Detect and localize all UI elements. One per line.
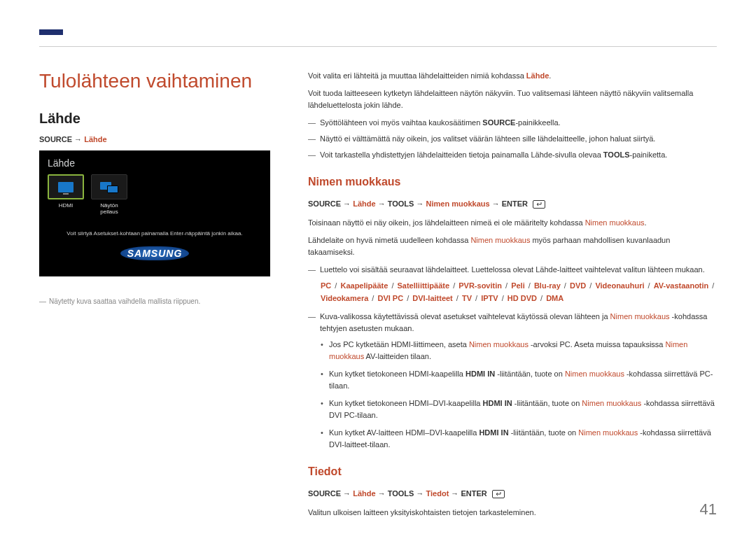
mirror-icon	[100, 181, 118, 193]
hdmi-label: HDMI	[48, 202, 84, 209]
npa: SOURCE →	[308, 199, 353, 208]
device-item: Blu-ray	[534, 281, 561, 290]
note-2-text: Näyttö ei välttämättä näy oikein, jos va…	[320, 133, 717, 145]
bullet-list: Jos PC kytketään HDMI-liittimeen, aseta …	[321, 339, 717, 451]
nm-note-1-text: Luettelo voi sisältää seuraavat lähdelai…	[320, 264, 717, 276]
device-item: Satelliittipääte	[398, 281, 450, 290]
source-row: HDMI Näytön peilaus	[48, 174, 262, 215]
b4a: Kun kytket AV-laitteen HDMI–DVI-kaapelil…	[329, 428, 479, 437]
bullet-1: Jos PC kytketään HDMI-liittimeen, aseta …	[321, 339, 717, 363]
monitor-icon	[58, 182, 74, 192]
n1a: Syöttölähteen voi myös vaihtaa kaukosäät…	[320, 118, 482, 127]
bullet-4: Kun kytket AV-laitteen HDMI–DVI-kaapelil…	[321, 427, 717, 451]
b2d: Nimen muokkaus	[565, 370, 624, 378]
nm-note-1: ― Luettelo voi sisältää seuraavat lähdel…	[308, 264, 717, 276]
n3b: Lähde	[531, 150, 552, 159]
brand-logo: SAMSUNG	[48, 246, 262, 260]
device-item: PVR-sovitin	[458, 281, 502, 290]
device-item: PC	[321, 281, 331, 290]
b1g: AV-laitteiden tilaan.	[364, 352, 431, 360]
b2e: -kohdassa siirrettävä	[624, 370, 700, 378]
device-item: DMA	[546, 294, 564, 302]
b1c: -arvoksi	[528, 340, 560, 349]
nmn2c: Nimen muokkaus	[610, 312, 670, 321]
device-separator: /	[708, 281, 715, 290]
p1c: .	[549, 71, 551, 80]
device-separator: /	[498, 294, 507, 302]
tpe: → ENTER	[449, 489, 486, 498]
note-dash: ―	[308, 264, 316, 276]
b4d: Nimen muokkaus	[578, 428, 638, 437]
b2a: Kun kytket tietokoneen HDMI-kaapelilla	[329, 370, 465, 378]
nmn2a: Kuva	[320, 312, 337, 321]
subheading-lahde: Lähde	[39, 111, 270, 127]
b3a: Kun kytket tietokoneen HDMI–DVI-kaapelil…	[329, 399, 483, 407]
right-column: Voit valita eri lähteitä ja muuttaa lähd…	[308, 70, 717, 524]
enter-icon	[492, 490, 505, 498]
b1d: PC	[560, 340, 570, 349]
b3d: Nimen muokkaus	[582, 399, 641, 407]
n3a: Voit tarkastella yhdistettyjen lähdelait…	[320, 150, 531, 159]
device-separator: /	[472, 294, 481, 302]
n3d: TOOLS	[603, 150, 630, 159]
source-card-mirror: Näytön peilaus	[91, 174, 127, 215]
tpa: SOURCE →	[308, 489, 353, 498]
note-3-text: Voit tarkastella yhdistettyjen lähdelait…	[320, 149, 717, 161]
b2f: PC	[700, 370, 710, 378]
b3e: -kohdassa siirrettävä	[641, 399, 715, 407]
b1e: . Aseta muissa tapauksissa	[570, 340, 666, 349]
device-item: Videonauhuri	[595, 281, 644, 290]
device-item: DVI PC	[377, 294, 403, 302]
device-separator: /	[331, 281, 340, 290]
note-1-text: Syöttölähteen voi myös vaihtaa kaukosäät…	[320, 117, 717, 129]
nm-p2: Lähdelaite on hyvä nimetä uudelleen kohd…	[308, 234, 717, 258]
tiedot-p: Valitun ulkoisen laitteen yksityiskohtai…	[308, 507, 717, 519]
caption-text: Näytetty kuva saattaa vaihdella mallista…	[49, 297, 200, 305]
b3f: DVI PC	[329, 411, 355, 419]
bullet-2: Kun kytket tietokoneen HDMI-kaapelilla H…	[321, 368, 717, 392]
b3g: -tilaan.	[355, 411, 378, 419]
header-rule	[39, 28, 717, 48]
npe: → ENTER	[490, 199, 528, 208]
npc: → TOOLS →	[376, 199, 426, 208]
device-item: AV-vastaanotin	[654, 281, 709, 290]
path-red: Lähde	[84, 135, 106, 143]
device-item: HD DVD	[507, 294, 537, 302]
note-dash: ―	[308, 149, 316, 161]
device-separator: /	[403, 294, 412, 302]
device-separator: /	[453, 294, 462, 302]
device-list: PC / Kaapelipääte / Satelliittipääte / P…	[321, 280, 717, 304]
npb: Lähde	[353, 199, 375, 208]
intro-p1: Voit valita eri lähteitä ja muuttaa lähd…	[308, 70, 717, 82]
device-item: IPTV	[481, 294, 498, 302]
hdmi-icon	[48, 174, 84, 199]
b2b: HDMI IN	[465, 370, 495, 378]
nimen-path: SOURCE → Lähde → TOOLS → Nimen muokkaus …	[308, 198, 717, 210]
device-separator: /	[644, 281, 653, 290]
b3c: -liitäntään, tuote on	[512, 399, 582, 407]
device-separator: /	[388, 281, 397, 290]
note-dash: ―	[308, 117, 316, 129]
page-number: 41	[700, 500, 717, 519]
device-separator: /	[502, 281, 511, 290]
mirror-icon-box	[91, 174, 127, 199]
nmp1b: Nimen muokkaus	[585, 218, 645, 227]
content-columns: Tulolähteen vaihtaminen Lähde SOURCE → L…	[39, 70, 717, 524]
source-card-hdmi: HDMI	[48, 174, 84, 209]
b4e: -kohdassa siirrettävä	[638, 428, 711, 437]
nmp2b: Nimen muokkaus	[470, 236, 530, 244]
device-item: DVD	[570, 281, 586, 290]
source-path: SOURCE → Lähde	[39, 135, 270, 143]
b1a: Jos PC kytketään HDMI-liittimeen, aseta	[329, 340, 469, 349]
nmp2a: Lähdelaite on hyvä nimetä uudelleen kohd…	[308, 236, 470, 244]
b3b: HDMI IN	[483, 399, 512, 407]
b2c: -liitäntään, tuote on	[495, 370, 565, 378]
nm-note-2-text: Kuva-valikossa käytettävissä olevat aset…	[320, 311, 717, 335]
heading-tiedot: Tiedot	[308, 463, 717, 481]
device-item: TV	[462, 294, 472, 302]
nm-p1: Toisinaan näyttö ei näy oikein, jos lähd…	[308, 217, 717, 229]
intro-p2: Voit tuoda laitteeseen kytketyn lähdelai…	[308, 87, 717, 111]
nmn1c: -laitteet vaihtelevat valitun lähteen mu…	[557, 265, 705, 274]
n3c: -sivulla olevaa	[552, 150, 603, 159]
nmp1c: .	[645, 218, 647, 227]
